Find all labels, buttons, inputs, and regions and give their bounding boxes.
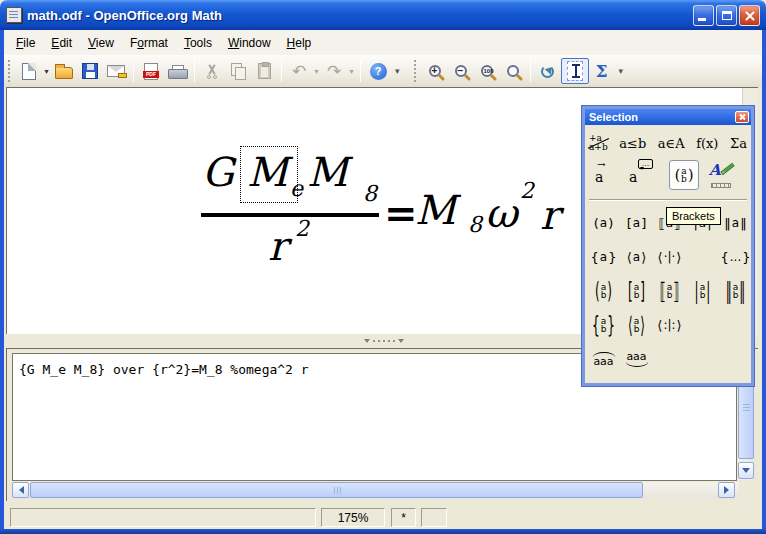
bracket-symbol-3-2[interactable]: ⟨:|:⟩ [653, 308, 686, 342]
toolbar-overflow-arrow[interactable]: ▾ [619, 66, 624, 76]
bracket-symbol-1-4[interactable]: {...} [719, 240, 752, 274]
toolbar-overflow-arrow[interactable]: ▾ [395, 66, 400, 76]
category-operators[interactable]: Σa [730, 136, 747, 151]
paste-button[interactable] [251, 58, 277, 84]
bracket-symbol-0-0[interactable]: (a) [587, 206, 620, 240]
vector-arrow-icon: → [597, 159, 605, 170]
new-dropdown-arrow[interactable]: ▾ [42, 67, 51, 76]
bracket-symbol-1-2[interactable]: ⟨·|·⟩ [653, 240, 686, 274]
help-button[interactable]: ? [365, 58, 391, 84]
category-relations[interactable]: a≤b [619, 136, 646, 151]
toolbar-separator [194, 60, 195, 82]
scroll-down-button[interactable] [738, 462, 754, 479]
category-others[interactable]: a... [629, 169, 637, 185]
speech-bubble-icon: ... [638, 159, 653, 169]
menu-item-window[interactable]: Window [220, 33, 279, 53]
formula-term-G: G [202, 152, 234, 192]
zoom-in-icon: + [429, 65, 441, 77]
menu-item-tools[interactable]: Tools [176, 33, 220, 53]
formula-term-M-selected: M [247, 152, 288, 192]
pdf-icon: PDF [144, 63, 158, 80]
menu-item-help[interactable]: Help [279, 33, 320, 53]
category-brackets-selected[interactable]: ( ab ) [669, 160, 699, 190]
category-formats[interactable]: A [709, 161, 735, 189]
bracket-symbol-1-1[interactable]: ⟨a⟩ [620, 240, 653, 274]
bracket-symbol-1-0[interactable]: {a} [587, 240, 620, 274]
status-modified-flag: * [391, 508, 416, 527]
zoom-100-button[interactable]: 100 [474, 58, 500, 84]
symbols-button[interactable]: Σ [589, 58, 615, 84]
close-button[interactable] [739, 5, 760, 26]
formula-term-M2: M [307, 152, 348, 192]
horizontal-scroll-thumb[interactable] [30, 482, 643, 498]
menu-item-edit[interactable]: Edit [43, 33, 80, 53]
scroll-right-button[interactable] [718, 482, 735, 498]
bracket-symbol-0-4[interactable]: ‖a‖ [719, 206, 752, 240]
cut-button[interactable] [199, 58, 225, 84]
menu-item-file[interactable]: File [8, 33, 43, 53]
scroll-left-button[interactable] [12, 482, 29, 498]
palette-title-bar[interactable]: Selection [585, 109, 751, 125]
zoom-in-button[interactable]: + [422, 58, 448, 84]
window-border-right [762, 30, 766, 529]
window-controls [693, 5, 760, 26]
bracket-symbol-2-3[interactable]: |ab| [686, 274, 719, 308]
title-bar[interactable]: math.odf - OpenOffice.org Math [0, 0, 766, 30]
scissors-icon [204, 63, 220, 79]
zoom-out-button[interactable]: − [448, 58, 474, 84]
fraction-bar [201, 213, 379, 217]
command-horizontal-scrollbar[interactable] [12, 482, 739, 499]
print-button[interactable] [164, 58, 190, 84]
category-attributes[interactable]: →a [595, 169, 603, 185]
formula-cursor-button[interactable] [561, 58, 589, 84]
status-panel-empty [10, 508, 316, 527]
bracket-symbol-2-0[interactable]: (ab) [587, 274, 620, 308]
redo-dropdown-arrow[interactable]: ▾ [347, 67, 356, 76]
palette-category-row-2: →a a... ( ab ) A [589, 159, 747, 195]
bracket-symbol-0-1[interactable]: [a] [620, 206, 653, 240]
empty-cell [686, 240, 719, 274]
app-icon[interactable] [6, 7, 22, 23]
bracket-symbol-3-1[interactable]: ⟨ab⟩ [620, 308, 653, 342]
splitter-grip-icon[interactable] [358, 337, 410, 345]
bracket-symbol-2-4[interactable]: ‖ab‖ [719, 274, 752, 308]
empty-cell [719, 308, 752, 342]
minimize-button[interactable] [693, 5, 714, 26]
zoom-all-icon [507, 65, 519, 77]
category-unary-binary-operators[interactable]: +aa+b [589, 134, 608, 152]
formula-subscript-8: 8 [363, 183, 377, 205]
menu-item-view[interactable]: View [80, 33, 122, 53]
bracket-symbol-2-2[interactable]: ⟦ab⟧ [653, 274, 686, 308]
redo-button[interactable]: ↷ [321, 58, 347, 84]
help-icon: ? [370, 63, 387, 80]
export-pdf-button[interactable]: PDF [138, 58, 164, 84]
formula-rhs-r: r [540, 195, 559, 235]
undo-dropdown-arrow[interactable]: ▾ [312, 67, 321, 76]
refresh-button[interactable] [535, 58, 561, 84]
status-zoom-level[interactable]: 175% [321, 508, 385, 527]
new-document-button[interactable] [16, 58, 42, 84]
status-bar: 175% * [4, 502, 762, 529]
toolbar-drag-handle[interactable] [414, 60, 418, 82]
copy-button[interactable] [225, 58, 251, 84]
maximize-icon [722, 11, 732, 20]
email-button[interactable] [103, 58, 129, 84]
category-functions[interactable]: f(x) [696, 136, 718, 151]
palette-close-button[interactable] [735, 111, 749, 123]
maximize-button[interactable] [716, 5, 737, 26]
open-button[interactable] [51, 58, 77, 84]
toolbar-drag-handle[interactable] [8, 60, 12, 82]
zoom-all-button[interactable] [500, 58, 526, 84]
menu-item-format[interactable]: Format [122, 33, 176, 53]
formula-superscript-2: 2 [295, 218, 309, 240]
undo-arrow-icon: ↶ [292, 63, 306, 80]
undo-button[interactable]: ↶ [286, 58, 312, 84]
bracket-symbol-3-0[interactable]: {ab} [587, 308, 620, 342]
arrow-left-icon [15, 486, 24, 494]
bracket-symbol-2-1[interactable]: [ab] [620, 274, 653, 308]
toolbar-separator [133, 60, 134, 82]
bracket-symbol-4-0[interactable]: aaa [587, 342, 620, 376]
save-button[interactable] [77, 58, 103, 84]
category-set-operations[interactable]: a∈A [658, 136, 685, 151]
bracket-symbol-4-1[interactable]: aaa [620, 342, 653, 376]
